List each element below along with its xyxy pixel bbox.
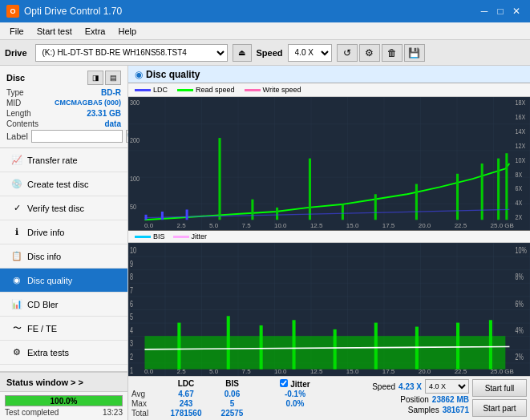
stats-avg-row: Avg 4.67 0.06 -0.1% (131, 390, 369, 398)
svg-rect-49 (292, 320, 295, 369)
disc-info-label: Disc info (27, 252, 61, 261)
settings-button[interactable]: ⚙ (359, 44, 380, 62)
sidebar-item-disc-quality[interactable]: ◉ Disc quality (0, 269, 127, 293)
avg-ldc: 4.67 (162, 390, 210, 398)
erase-button[interactable]: 🗑 (382, 44, 403, 62)
type-label: Type (6, 88, 24, 97)
svg-text:4X: 4X (516, 200, 523, 208)
label-input[interactable] (31, 130, 123, 143)
position-row: Position 23862 MB (400, 395, 469, 404)
svg-rect-21 (342, 204, 344, 220)
svg-text:8%: 8% (516, 272, 524, 282)
content-header: ◉ Disc quality (128, 66, 530, 83)
disc-quality-icon: ◉ (11, 275, 22, 286)
sidebar-item-drive-info[interactable]: ℹ Drive info (0, 220, 127, 244)
disc-info-icon: 📋 (11, 251, 22, 262)
disc-quality-label: Disc quality (27, 276, 72, 285)
samples-label: Samples (408, 406, 439, 414)
total-bis: 22575 (210, 409, 254, 418)
max-jitter: 0.0% (267, 399, 323, 408)
content-title: Disc quality (146, 69, 200, 80)
cd-bler-label: CD Bler (27, 300, 59, 309)
menu-start-test[interactable]: Start test (30, 25, 79, 38)
svg-rect-51 (374, 323, 378, 370)
eject-button[interactable]: ⏏ (233, 44, 252, 62)
close-button[interactable]: ✕ (509, 4, 524, 18)
menu-help[interactable]: Help (111, 25, 143, 38)
total-label: Total (131, 409, 162, 418)
position-label: Position (400, 395, 429, 404)
disc-quality-header-icon: ◉ (135, 69, 143, 80)
refresh-button[interactable]: ↺ (337, 44, 358, 62)
speed-select[interactable]: 4.0 X 2.0 X 8.0 X (288, 44, 332, 62)
maximize-button[interactable]: □ (493, 4, 508, 18)
chart2-wrap: 10 9 8 7 6 5 4 3 2 1 10% 8% 6% 4% 2% (128, 243, 530, 376)
transfer-rate-icon: 📈 (11, 155, 22, 166)
svg-text:16X: 16X (516, 113, 526, 121)
svg-text:50: 50 (130, 204, 136, 212)
stats-right-area: Speed 4.23 X 4.0 X Position 23862 MB Sam… (372, 379, 469, 414)
sidebar-item-cd-bler[interactable]: 📊 CD Bler (0, 293, 127, 317)
progress-text: 100.0% (6, 396, 122, 406)
svg-text:2X: 2X (516, 214, 523, 222)
action-buttons: Start full Start part (472, 379, 527, 417)
verify-test-disc-icon: ✓ (11, 203, 22, 214)
svg-text:14X: 14X (516, 127, 526, 135)
svg-rect-15 (161, 212, 164, 220)
type-value: BD-R (101, 88, 121, 97)
svg-text:18X: 18X (516, 99, 526, 107)
sidebar-item-extra-tests[interactable]: ⚙ Extra tests (0, 341, 127, 365)
speed-select[interactable]: 4.0 X (425, 379, 469, 394)
mid-value: CMCMAGBA5 (000) (55, 99, 121, 107)
mid-label: MID (6, 99, 21, 107)
drive-label: Drive (5, 48, 27, 58)
status-window-button[interactable]: Status window > > (0, 372, 127, 391)
app-title: Opti Drive Control 1.70 (24, 6, 122, 17)
sidebar-item-create-test-disc[interactable]: 💿 Create test disc (0, 172, 127, 196)
menu-extra[interactable]: Extra (79, 25, 112, 38)
svg-text:10X: 10X (516, 156, 526, 164)
sidebar-item-disc-info[interactable]: 📋 Disc info (0, 244, 127, 269)
sidebar: Disc ◨ ▤ Type BD-R MID CMCMAGBA5 (000) L… (0, 66, 128, 420)
start-full-button[interactable]: Start full (472, 379, 527, 397)
jitter-legend-item: Jitter (173, 232, 208, 240)
progress-bar-container: 100.0% (5, 395, 123, 406)
minimize-button[interactable]: ─ (477, 4, 492, 18)
svg-rect-24 (456, 174, 459, 220)
chart1-x-labels: 0.0 2.5 5.0 7.5 10.0 12.5 15.0 17.5 20.0… (144, 222, 514, 230)
label-label: Label (6, 131, 28, 141)
sidebar-item-transfer-rate[interactable]: 📈 Transfer rate (0, 148, 127, 172)
avg-bis: 0.06 (210, 390, 254, 398)
svg-text:300: 300 (130, 99, 140, 107)
stats-main-row: LDC BIS Jitter Avg 4.67 0.06 (131, 379, 527, 418)
read-speed-legend-label: Read speed (196, 86, 235, 94)
menu-file[interactable]: File (3, 25, 30, 38)
drive-select[interactable]: (K:) HL-DT-ST BD-RE WH16NS58.TST4 (35, 44, 228, 62)
save-button[interactable]: 💾 (404, 44, 425, 62)
jitter-check-label: Jitter (290, 380, 310, 389)
chart1-svg: 300 200 100 50 18X 16X 14X 12X 10X 8X 6X… (128, 97, 530, 230)
chart1-legend: LDC Read speed Write speed (128, 83, 530, 97)
disc-label-row: Label 🔍 (6, 130, 121, 143)
disc-panel: Disc ◨ ▤ Type BD-R MID CMCMAGBA5 (000) L… (0, 66, 127, 148)
disc-icon-btn1[interactable]: ◨ (87, 71, 103, 85)
status-text: Test completed (5, 408, 59, 417)
disc-length-row: Length 23.31 GB (6, 109, 121, 118)
chart1-wrap: 300 200 100 50 18X 16X 14X 12X 10X 8X 6X… (128, 97, 530, 231)
jitter-checkbox[interactable] (280, 379, 288, 387)
svg-rect-17 (218, 138, 220, 220)
contents-label: Contents (6, 119, 38, 128)
sidebar-item-fe-te[interactable]: 〜 FE / TE (0, 317, 127, 341)
svg-rect-23 (415, 184, 418, 220)
disc-icon-btn2[interactable]: ▤ (105, 71, 121, 85)
svg-rect-47 (227, 316, 230, 369)
stats-max-row: Max 243 5 0.0% (131, 399, 369, 408)
fe-te-icon: 〜 (11, 323, 22, 334)
svg-text:2: 2 (130, 351, 133, 361)
titlebar-controls: ─ □ ✕ (477, 4, 524, 18)
create-test-disc-label: Create test disc (27, 180, 88, 189)
svg-rect-45 (144, 336, 505, 370)
svg-rect-26 (497, 159, 500, 220)
start-part-button[interactable]: Start part (472, 399, 527, 417)
sidebar-item-verify-test-disc[interactable]: ✓ Verify test disc (0, 196, 127, 220)
